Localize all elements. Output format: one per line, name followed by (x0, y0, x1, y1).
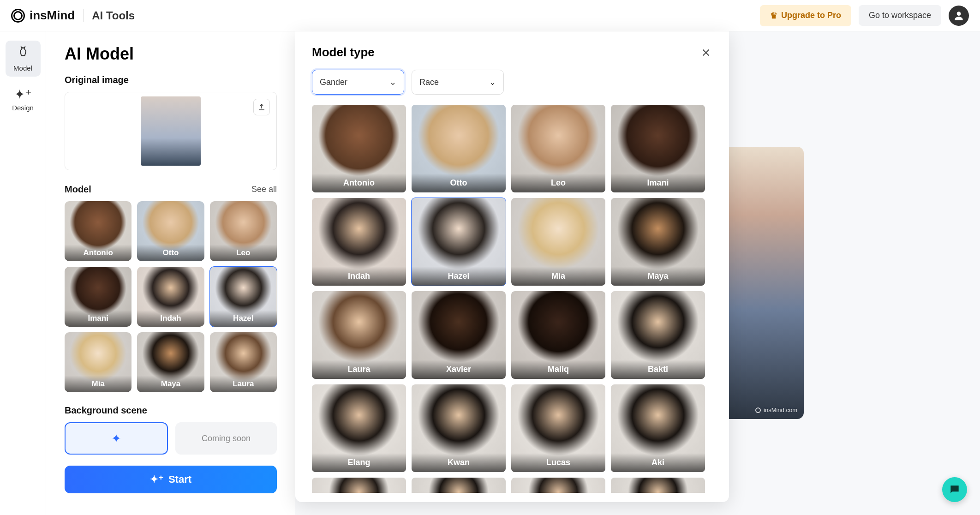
model-card[interactable]: Xavier (412, 291, 506, 379)
model-face (511, 478, 605, 493)
svg-point-0 (957, 12, 961, 16)
logo-text: insMind (30, 8, 75, 23)
model-card[interactable]: Kwan (412, 384, 506, 472)
model-name: Lucas (511, 453, 605, 472)
model-card[interactable]: Indah (137, 267, 204, 327)
chevron-down-icon: ⌄ (489, 77, 496, 87)
original-thumbnail (141, 96, 201, 166)
model-label: Model (65, 184, 91, 195)
model-card[interactable]: Leo (210, 201, 277, 261)
model-card[interactable]: Aki (611, 384, 705, 472)
model-type-modal: Model type Gander ⌄ Race ⌄ AntonioOttoLe… (295, 31, 729, 502)
model-name: Maya (137, 376, 204, 392)
model-card[interactable]: Lucas (511, 384, 605, 472)
upgrade-button[interactable]: ♛ Upgrade to Pro (760, 5, 851, 26)
model-face (412, 478, 506, 493)
model-name: Indah (137, 310, 204, 327)
model-name: Maya (611, 267, 705, 286)
workspace-button[interactable]: Go to workspace (859, 5, 941, 26)
user-avatar[interactable] (949, 6, 969, 26)
sparkle-icon: ✦⁺ (6, 87, 41, 102)
model-card[interactable]: Imani (65, 267, 131, 327)
chevron-down-icon: ⌄ (389, 77, 396, 87)
model-card[interactable] (611, 478, 705, 493)
model-name: Imani (611, 174, 705, 192)
model-name: Mia (511, 267, 605, 286)
watermark-text: insMind.com (764, 407, 797, 413)
background-label: Background scene (65, 405, 277, 416)
model-card[interactable]: Hazel (210, 267, 277, 327)
model-name: Laura (312, 360, 406, 379)
select-label: Race (419, 78, 439, 87)
close-button[interactable] (699, 46, 712, 59)
modal-title: Model type (312, 45, 375, 60)
model-card[interactable]: Otto (412, 105, 506, 192)
header-actions: ♛ Upgrade to Pro Go to workspace (760, 5, 969, 26)
model-card[interactable]: Imani (611, 105, 705, 192)
model-card[interactable]: Antonio (65, 201, 131, 261)
logo-icon (755, 407, 761, 413)
left-rail: Model ✦⁺ Design (0, 31, 46, 515)
header-divider (83, 9, 84, 22)
sidebar-panel: AI Model Original image Model See all An… (46, 31, 295, 515)
model-name: Maliq (511, 360, 605, 379)
model-card[interactable]: Hazel (412, 198, 506, 286)
model-name: Laura (210, 376, 277, 392)
modal-header: Model type (312, 45, 712, 60)
model-face (312, 478, 406, 493)
background-option-coming: Coming soon (175, 422, 277, 455)
model-name: Hazel (210, 310, 277, 327)
start-label: Start (168, 473, 191, 485)
model-section-header: Model See all (65, 184, 277, 195)
model-name: Elang (312, 453, 406, 472)
model-card[interactable]: Elang (312, 384, 406, 472)
model-card[interactable]: Maliq (511, 291, 605, 379)
model-name: Bakti (611, 360, 705, 379)
model-card[interactable]: Mia (511, 198, 605, 286)
model-card[interactable]: Otto (137, 201, 204, 261)
original-image-box[interactable] (65, 92, 277, 170)
rail-label: Model (13, 64, 32, 72)
model-name: Leo (210, 245, 277, 261)
background-option-ai[interactable]: ✦ (65, 422, 168, 455)
model-card[interactable]: Maya (137, 332, 204, 392)
race-select[interactable]: Race ⌄ (412, 70, 504, 95)
model-card[interactable]: Leo (511, 105, 605, 192)
logo[interactable]: insMind (11, 8, 75, 23)
select-label: Gander (320, 78, 347, 87)
model-name: Imani (65, 310, 131, 327)
app-header: insMind AI Tools ♛ Upgrade to Pro Go to … (0, 0, 980, 31)
model-card[interactable]: Laura (210, 332, 277, 392)
model-name: Antonio (312, 174, 406, 192)
watermark: insMind.com (755, 407, 797, 413)
model-card[interactable] (312, 478, 406, 493)
model-card[interactable]: Laura (312, 291, 406, 379)
model-card[interactable]: Antonio (312, 105, 406, 192)
logo-icon (11, 9, 25, 23)
model-card[interactable]: Bakti (611, 291, 705, 379)
original-image-label: Original image (65, 75, 277, 85)
gender-select[interactable]: Gander ⌄ (312, 70, 404, 95)
crown-icon: ♛ (770, 11, 777, 21)
model-name: Mia (65, 376, 131, 392)
rail-item-design[interactable]: ✦⁺ Design (6, 82, 41, 116)
model-name: Indah (312, 267, 406, 286)
model-card[interactable]: Mia (65, 332, 131, 392)
start-button[interactable]: ✦⁺ Start (65, 466, 277, 493)
model-name: Otto (412, 174, 506, 192)
rail-item-model[interactable]: Model (6, 41, 41, 77)
model-card[interactable]: Indah (312, 198, 406, 286)
model-card[interactable] (412, 478, 506, 493)
chat-icon (949, 484, 961, 496)
modal-scroll[interactable]: AntonioOttoLeoImaniIndahHazelMiaMayaLaur… (312, 105, 712, 493)
upload-button[interactable] (253, 99, 270, 115)
model-card[interactable] (511, 478, 605, 493)
model-card[interactable]: Maya (611, 198, 705, 286)
model-name: Hazel (412, 267, 506, 286)
dress-icon (6, 45, 41, 62)
filter-row: Gander ⌄ Race ⌄ (312, 70, 712, 95)
chat-fab[interactable] (942, 477, 967, 502)
see-all-link[interactable]: See all (251, 185, 277, 194)
model-name: Otto (137, 245, 204, 261)
model-name: Antonio (65, 245, 131, 261)
